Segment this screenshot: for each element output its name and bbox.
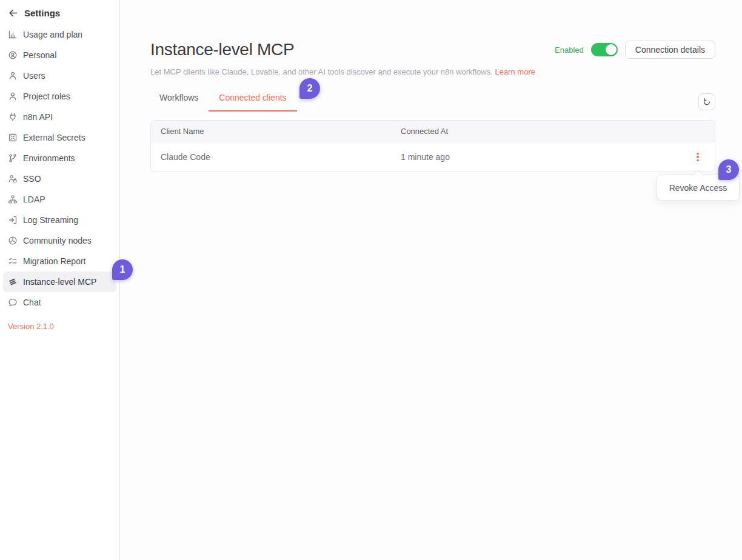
- sidebar-item-label: Community nodes: [23, 236, 92, 245]
- sidebar-item-label: n8n API: [23, 112, 53, 122]
- version-label: Version 2.1.0: [0, 322, 119, 331]
- sidebar-item-users[interactable]: Users: [3, 65, 116, 86]
- annotation-badge-2: 2: [299, 78, 320, 99]
- sidebar-title: Settings: [24, 8, 60, 18]
- sidebar-item-personal[interactable]: Personal: [3, 45, 116, 65]
- sidebar-item-label: Log Streaming: [23, 215, 78, 225]
- tab-workflows[interactable]: Workflows: [150, 93, 209, 112]
- tabs-row: Workflows Connected clients: [150, 93, 715, 112]
- sidebar-item-sso[interactable]: SSO: [3, 168, 116, 189]
- revoke-access-menu-item[interactable]: Revoke Access: [669, 183, 727, 193]
- sidebar-item-migration-report[interactable]: Migration Report: [3, 251, 116, 272]
- subtitle-text: Let MCP clients like Claude, Lovable, an…: [150, 67, 493, 76]
- user-lock-icon: [8, 174, 18, 184]
- refresh-icon: [703, 98, 711, 106]
- kebab-icon: [697, 153, 698, 155]
- learn-more-link[interactable]: Learn more: [495, 67, 535, 76]
- sidebar-item-label: Migration Report: [23, 256, 86, 266]
- package-icon: [8, 236, 18, 245]
- sidebar-item-label: Project roles: [23, 92, 70, 101]
- cell-connected-at: 1 minute ago: [401, 152, 681, 162]
- table-header: Client Name Connected At: [151, 121, 715, 142]
- plug-icon: [8, 112, 18, 122]
- toggle-knob: [606, 44, 617, 55]
- layers-icon: [8, 277, 18, 287]
- column-header-connected-at: Connected At: [401, 127, 681, 136]
- sidebar-item-instance-level-mcp[interactable]: Instance-level MCP: [3, 272, 116, 292]
- page-header: Instance-level MCP Enabled Connection de…: [150, 40, 715, 59]
- sidebar-item-label: Users: [23, 71, 45, 81]
- cell-client-name: Claude Code: [151, 152, 401, 162]
- sidebar-item-log-streaming[interactable]: Log Streaming: [3, 210, 116, 230]
- sidebar-item-label: SSO: [23, 174, 41, 184]
- table-row: Claude Code 1 minute ago: [151, 142, 715, 172]
- chat-icon: [8, 298, 18, 307]
- hierarchy-icon: [8, 195, 18, 204]
- log-in-icon: [8, 215, 18, 225]
- bar-chart-icon: [8, 30, 18, 39]
- sidebar-header: Settings: [0, 0, 119, 24]
- settings-sidebar: Settings Usage and plan Personal Users P…: [0, 0, 120, 560]
- sidebar-item-community-nodes[interactable]: Community nodes: [3, 230, 116, 251]
- sidebar-item-label: Personal: [23, 50, 56, 60]
- git-branch-icon: [8, 153, 18, 163]
- sidebar-item-chat[interactable]: Chat: [3, 292, 116, 313]
- main-content: Instance-level MCP Enabled Connection de…: [120, 0, 742, 560]
- row-actions: [681, 150, 715, 165]
- annotation-badge-1: 1: [112, 259, 133, 280]
- user-circle-icon: [8, 50, 18, 60]
- user-icon: [8, 92, 18, 101]
- user-icon: [8, 71, 18, 81]
- tab-bar: Workflows Connected clients: [150, 93, 297, 112]
- sidebar-item-external-secrets[interactable]: External Secrets: [3, 127, 116, 148]
- enabled-label: Enabled: [555, 45, 584, 55]
- page-title: Instance-level MCP: [150, 40, 294, 59]
- sidebar-nav: Usage and plan Personal Users Project ro…: [0, 24, 119, 313]
- sidebar-item-label: External Secrets: [23, 133, 85, 142]
- row-actions-button[interactable]: [693, 150, 702, 165]
- sidebar-item-label: Usage and plan: [23, 30, 82, 39]
- column-header-client-name: Client Name: [151, 127, 401, 136]
- back-arrow-icon[interactable]: [8, 7, 19, 18]
- sidebar-item-project-roles[interactable]: Project roles: [3, 86, 116, 107]
- sidebar-item-label: Chat: [23, 298, 41, 307]
- sidebar-item-usage-and-plan[interactable]: Usage and plan: [3, 24, 116, 45]
- sidebar-item-n8n-api[interactable]: n8n API: [3, 107, 116, 127]
- sidebar-item-ldap[interactable]: LDAP: [3, 189, 116, 210]
- connected-clients-table: Client Name Connected At Claude Code 1 m…: [150, 120, 715, 172]
- sidebar-item-label: Environments: [23, 153, 75, 163]
- connection-details-button[interactable]: Connection details: [625, 41, 715, 59]
- checklist-icon: [8, 256, 18, 266]
- page-subtitle: Let MCP clients like Claude, Lovable, an…: [150, 67, 715, 76]
- header-controls: Enabled Connection details: [555, 41, 715, 59]
- mcp-enabled-toggle[interactable]: [591, 43, 618, 56]
- tab-connected-clients[interactable]: Connected clients: [209, 93, 296, 112]
- sidebar-item-label: Instance-level MCP: [23, 277, 96, 287]
- sidebar-item-label: LDAP: [23, 195, 45, 204]
- annotation-badge-3: 3: [718, 159, 739, 180]
- vault-icon: [8, 133, 18, 142]
- sidebar-item-environments[interactable]: Environments: [3, 148, 116, 168]
- refresh-button[interactable]: [698, 93, 715, 110]
